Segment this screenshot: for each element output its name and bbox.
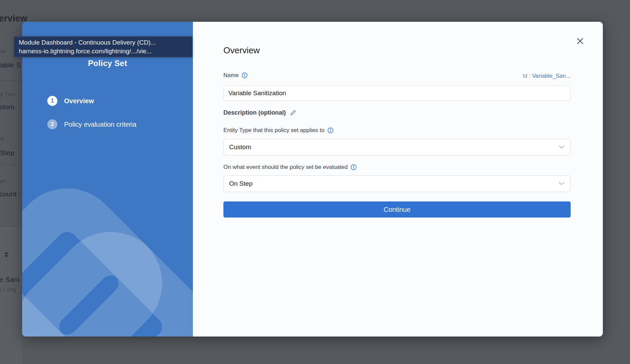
background-divider [0, 80, 22, 80]
entity-type-select[interactable]: Custom [223, 139, 571, 156]
wizard-sidebar: Policy Set 1 Overview 2 Policy evaluatio… [22, 22, 193, 337]
screen: erview ne iable S ty Type stom nt Step p… [0, 0, 630, 364]
step-label: Overview [64, 97, 94, 105]
background-text-fragment: iable S [0, 61, 21, 69]
close-icon [576, 37, 584, 45]
entity-type-info-icon[interactable] [327, 127, 333, 133]
page-title: Overview [223, 45, 260, 56]
close-button[interactable] [575, 36, 585, 46]
entity-type-value: Custom [229, 143, 251, 151]
step-number-badge: 1 [47, 96, 57, 106]
background-text-fragment: ty Type [0, 91, 15, 97]
step-label: Policy evaluation criteria [64, 121, 137, 128]
background-divider [0, 165, 22, 165]
link-preview-tooltip: Module Dashboard - Continuous Delivery (… [14, 36, 193, 57]
chevron-down-icon [559, 182, 564, 185]
background-panel [0, 227, 22, 364]
continue-button[interactable]: Continue [223, 201, 571, 218]
background-text-fragment: e Sani [0, 276, 19, 284]
background-text-fragment: ne [0, 48, 6, 54]
step-number-badge: 2 [47, 119, 57, 129]
background-text-fragment: stom [0, 103, 15, 111]
name-label-text: Name [223, 72, 239, 79]
wizard-title: Policy Set [22, 59, 193, 68]
background-text-fragment: t > Org [0, 287, 16, 293]
background-text-fragment: erview [0, 13, 27, 24]
entity-type-label-text: Entity Type that this policy set applies… [223, 127, 324, 134]
background-text-fragment: pe [0, 178, 6, 184]
entity-id: Id : Variable_San... [523, 73, 571, 79]
harness-logo-watermark [22, 22, 193, 337]
policy-set-dialog: Policy Set 1 Overview 2 Policy evaluatio… [22, 22, 603, 337]
event-label-text: On what event should the policy set be e… [223, 164, 348, 171]
event-select[interactable]: On Step [223, 175, 571, 192]
background-text-fragment: Step [0, 149, 14, 157]
background-text-fragment: nt [0, 136, 4, 142]
event-info-icon[interactable] [351, 164, 357, 170]
name-input[interactable] [223, 85, 571, 101]
wizard-step-overview[interactable]: 1 Overview [47, 96, 94, 106]
sort-icon [4, 252, 9, 258]
edit-description-icon[interactable] [290, 110, 296, 116]
overview-form: Overview Name Id : Variable_San... [193, 22, 603, 337]
chevron-down-icon [559, 145, 564, 149]
entity-type-label: Entity Type that this policy set applies… [223, 127, 333, 134]
name-label: Name [223, 72, 248, 79]
tooltip-url: harness-io.lightning.force.com/lightning… [19, 47, 188, 56]
id-prefix: Id : [523, 73, 532, 79]
wizard-step-policy-evaluation-criteria[interactable]: 2 Policy evaluation criteria [47, 119, 137, 129]
event-value: On Step [229, 180, 253, 187]
description-label-text: Description (optional) [223, 109, 286, 116]
background-text-fragment: count : [0, 190, 20, 198]
id-link[interactable]: Variable_San... [532, 73, 571, 79]
tooltip-title: Module Dashboard - Continuous Delivery (… [19, 38, 188, 47]
name-info-icon[interactable] [242, 72, 248, 78]
description-label: Description (optional) [223, 109, 296, 116]
event-label: On what event should the policy set be e… [223, 164, 357, 171]
